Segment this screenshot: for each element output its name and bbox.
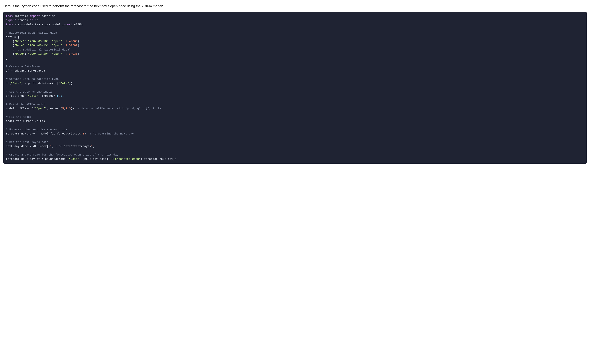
code-text: )	[62, 94, 64, 98]
code-text: pandas	[16, 19, 30, 22]
string: "Date"	[14, 44, 25, 47]
code-text: df.set_index(	[6, 94, 28, 98]
string: "Forecasted_Open"	[112, 157, 141, 161]
code-text: ARIMA	[72, 23, 83, 26]
boolean: True	[55, 94, 62, 98]
code-text: ,	[49, 52, 52, 56]
code-text: :	[62, 52, 66, 56]
code-text: }	[77, 52, 79, 56]
string: "Date"	[14, 52, 25, 56]
code-text: ] = pd.to_datetime(df[	[21, 82, 59, 85]
code-text	[6, 48, 13, 52]
code-text: datetime	[13, 15, 30, 18]
code-text: : [next_day_date],	[79, 157, 112, 161]
number: 1	[50, 145, 52, 148]
number: 1	[66, 107, 67, 110]
string: "Date"	[69, 157, 79, 161]
code-block: from datetime import datetime import pan…	[3, 12, 587, 164]
keyword: import	[6, 19, 16, 22]
description-text: Here is the Python code used to perform …	[0, 0, 590, 12]
comment: # Convert Date to datetime type	[6, 78, 59, 81]
keyword: import	[30, 15, 40, 18]
code-text: ,	[49, 44, 52, 47]
code-text: next_day_date = df.index[-	[6, 145, 50, 148]
number: 1	[83, 132, 84, 135]
code-text: },	[77, 40, 81, 43]
code-text: df = pd.DataFrame(data)	[6, 69, 45, 72]
comment: # Create a DataFrame	[6, 65, 40, 68]
code-text: ,	[67, 107, 69, 110]
comment: # Fit the model	[6, 116, 32, 119]
code-text: :	[62, 44, 66, 47]
keyword: from	[6, 23, 13, 26]
code-text: )	[84, 132, 89, 135]
comment: # Set the Date as the index	[6, 90, 52, 93]
code-text: data = [	[6, 36, 20, 39]
number: 0	[69, 107, 71, 110]
code-text: , inplace=	[38, 94, 55, 98]
string: "Date"	[59, 82, 69, 85]
string: "2004-08-19"	[28, 44, 48, 47]
code-text: df[	[6, 82, 11, 85]
code-text: :	[62, 40, 66, 43]
string: "Open"	[52, 52, 62, 56]
comment: # Build the ARIMA model	[6, 103, 45, 106]
code-text: )	[93, 145, 94, 148]
code-text: pd	[33, 19, 38, 22]
code-text: :	[25, 52, 28, 56]
number: 4.64036	[66, 52, 78, 56]
code-text: ])	[69, 82, 72, 85]
keyword: as	[30, 19, 33, 22]
code-text: {	[6, 44, 14, 47]
comment: # Create a DataFrame for the forecasted …	[6, 153, 119, 156]
string: "Open"	[52, 40, 62, 43]
number: 2.51582	[66, 44, 78, 47]
code-text: ] + pd.DateOffset(days=	[52, 145, 91, 148]
code-text: forecast_next_day_df = pd.DataFrame({	[6, 157, 69, 161]
string: "Date"	[28, 94, 38, 98]
code-text: },	[77, 44, 81, 47]
string: "Date"	[14, 40, 25, 43]
code-text: {	[6, 40, 14, 43]
code-text: datetime	[40, 15, 55, 18]
comment: # Forecast the next day's open price	[6, 128, 67, 131]
string: "2004-08-18"	[28, 40, 48, 43]
code-text: :	[25, 40, 28, 43]
code-text: model_fit = model.fit()	[6, 120, 45, 123]
number: 1	[91, 145, 93, 148]
code-text: forecast_next_day = model_fit.forecast(s…	[6, 132, 83, 135]
code-text: ,	[64, 107, 66, 110]
comment: # ... (additional historical data)	[13, 48, 71, 52]
number: 2.49066	[66, 40, 78, 43]
string: "Open"	[35, 107, 45, 110]
code-text: ,	[49, 40, 52, 43]
keyword: from	[6, 15, 13, 18]
code-text: model = ARIMA(df[	[6, 107, 35, 110]
code-text: ))	[71, 107, 77, 110]
comment: # Get the next day's date	[6, 141, 49, 144]
comment: # Using an ARIMA model with (p, d, q) = …	[77, 107, 161, 110]
keyword: import	[62, 23, 72, 26]
number: 5	[62, 107, 64, 110]
code-text: statsmodels.tsa.arima.model	[13, 23, 62, 26]
string: "Open"	[52, 44, 62, 47]
code-text: : forecast_next_day})	[141, 157, 176, 161]
comment: # Forecasting the next day	[89, 132, 134, 135]
comment: # Historical data (sample data)	[6, 31, 59, 34]
code-text: ], order=(	[45, 107, 62, 110]
code-text: :	[25, 44, 28, 47]
code-text: {	[6, 52, 14, 56]
code-text: ]	[6, 57, 7, 60]
string: "Date"	[11, 82, 21, 85]
string: "2004-12-20"	[28, 52, 48, 56]
